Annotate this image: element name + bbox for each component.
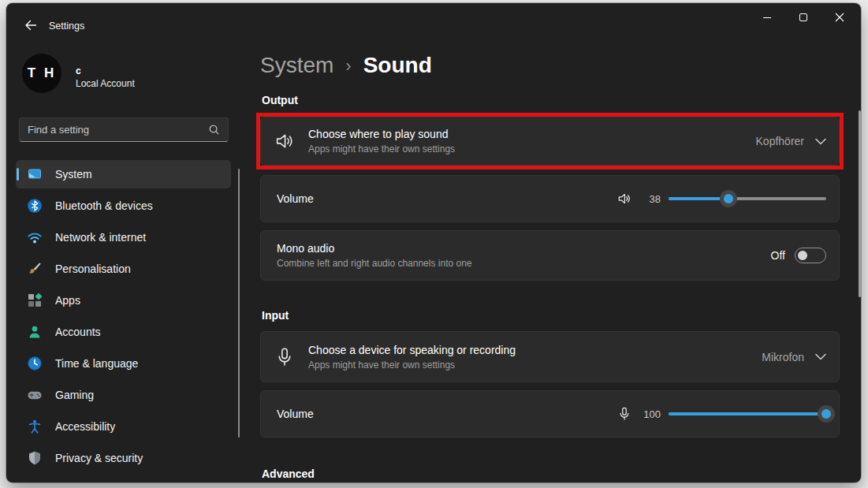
screenshot-stage: Settings T H c Local Account — [0, 0, 868, 488]
mono-audio-toggle[interactable] — [795, 248, 826, 263]
row-subtitle: Apps might have their own settings — [308, 143, 455, 155]
app-title: Settings — [49, 20, 84, 32]
network-wifi-icon — [27, 229, 43, 245]
output-volume-value: 38 — [642, 193, 661, 205]
accessibility-person-icon — [27, 419, 43, 434]
maximize-button[interactable] — [785, 3, 821, 32]
page-title: Sound — [363, 53, 432, 78]
input-device-text: Choose a device for speaking or recordin… — [308, 344, 516, 371]
account-name: c — [76, 65, 81, 76]
account-type: Local Account — [76, 78, 135, 89]
output-volume-slider[interactable] — [669, 190, 826, 207]
sidebar-item-bluetooth-devices[interactable]: Bluetooth & devices — [16, 192, 231, 220]
paintbrush-icon — [27, 261, 43, 277]
selection-indicator — [17, 168, 19, 181]
output-volume-row: Volume 38 — [260, 175, 840, 222]
system-icon — [27, 166, 43, 182]
sidebar-item-label: Bluetooth & devices — [55, 199, 153, 212]
sidebar-item-personalisation[interactable]: Personalisation — [16, 255, 231, 283]
microphone-icon[interactable] — [617, 406, 632, 422]
sidebar-scrollbar[interactable] — [238, 169, 240, 438]
back-button[interactable] — [19, 15, 43, 35]
sidebar-item-label: System — [55, 168, 92, 181]
output-device-row[interactable]: Choose where to play sound Apps might ha… — [260, 117, 840, 166]
window-controls — [749, 3, 858, 32]
input-volume-value: 100 — [642, 408, 661, 420]
back-arrow-icon — [24, 19, 37, 32]
sidebar-item-label: Personalisation — [55, 263, 131, 275]
output-section-header: Output — [262, 94, 298, 106]
chevron-down-icon — [815, 138, 826, 145]
person-icon — [27, 324, 43, 340]
row-title: Mono audio — [277, 242, 472, 255]
row-subtitle: Apps might have their own settings — [308, 359, 516, 371]
input-device-dropdown[interactable]: Mikrofon — [762, 351, 826, 363]
minimize-button[interactable] — [749, 3, 785, 32]
speaker-icon[interactable] — [617, 191, 632, 207]
input-section-header: Input — [262, 309, 289, 322]
slider-thumb-dot — [821, 409, 831, 419]
volume-label: Volume — [274, 408, 314, 420]
search-box[interactable] — [19, 117, 229, 142]
sidebar-item-privacy-security[interactable]: Privacy & security — [16, 444, 231, 472]
sidebar-item-label: Gaming — [55, 389, 94, 401]
shield-icon — [27, 450, 43, 466]
slider-thumb[interactable] — [818, 405, 835, 423]
close-button[interactable] — [821, 3, 858, 32]
mono-audio-text: Mono audio Combine left and right audio … — [274, 242, 472, 269]
sidebar-item-gaming[interactable]: Gaming — [16, 381, 231, 409]
maximize-icon — [799, 13, 807, 21]
output-device-value: Kopfhörer — [756, 135, 804, 147]
clock-icon — [27, 356, 43, 371]
sidebar-item-system[interactable]: System — [16, 160, 231, 188]
advanced-section-header: Advanced — [262, 468, 315, 480]
sidebar-item-label: Time & language — [55, 357, 138, 370]
minimize-icon — [763, 17, 771, 18]
sidebar-item-label: Apps — [55, 294, 80, 307]
mono-audio-row: Mono audio Combine left and right audio … — [260, 230, 840, 281]
sidebar-item-time-language[interactable]: Time & language — [16, 349, 231, 378]
input-device-value: Mikrofon — [762, 351, 804, 363]
search-icon — [208, 124, 220, 136]
row-title: Choose a device for speaking or recordin… — [308, 344, 516, 356]
main-scrollbar[interactable] — [859, 110, 861, 297]
sidebar-item-accessibility[interactable]: Accessibility — [16, 412, 231, 441]
slider-thumb-dot — [724, 194, 733, 203]
breadcrumb-parent[interactable]: System — [260, 53, 333, 78]
settings-window: Settings T H c Local Account — [6, 3, 861, 482]
search-input[interactable] — [28, 124, 208, 136]
sidebar-item-apps[interactable]: Apps — [16, 286, 231, 315]
avatar[interactable]: T H — [22, 54, 61, 93]
apps-icon — [27, 292, 43, 308]
slider-thumb[interactable] — [720, 190, 737, 207]
toggle-state-label: Off — [771, 249, 785, 262]
input-volume-row: Volume 100 — [260, 390, 840, 438]
volume-label: Volume — [274, 192, 314, 205]
row-subtitle: Combine left and right audio channels in… — [277, 258, 472, 269]
input-volume-slider[interactable] — [669, 405, 826, 423]
bluetooth-icon — [27, 198, 43, 214]
chevron-down-icon — [815, 353, 826, 360]
breadcrumb: System › Sound — [260, 49, 432, 82]
sidebar-item-accounts[interactable]: Accounts — [16, 318, 231, 346]
slider-fill — [669, 412, 826, 415]
game-controller-icon — [27, 387, 43, 403]
output-device-text: Choose where to play sound Apps might ha… — [308, 128, 455, 155]
sidebar-item-label: Accounts — [55, 326, 101, 338]
row-title: Choose where to play sound — [308, 128, 455, 140]
breadcrumb-separator-icon: › — [345, 54, 351, 76]
sidebar-item-network-internet[interactable]: Network & internet — [16, 223, 231, 251]
sidebar-item-label: Network & internet — [55, 231, 146, 244]
input-device-row[interactable]: Choose a device for speaking or recordin… — [260, 331, 840, 382]
toggle-knob — [798, 251, 807, 260]
sidebar-nav: System Bluetooth & devices Network & int… — [16, 160, 231, 475]
sidebar-item-label: Privacy & security — [55, 452, 143, 464]
output-device-dropdown[interactable]: Kopfhörer — [756, 135, 826, 147]
microphone-icon — [274, 346, 296, 368]
speaker-icon — [274, 130, 296, 152]
sidebar-item-label: Accessibility — [55, 420, 115, 433]
close-icon — [835, 13, 844, 22]
